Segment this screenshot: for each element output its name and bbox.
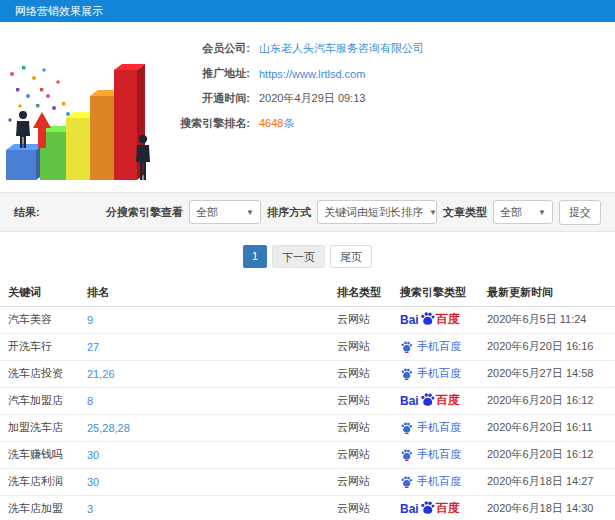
article-type-select[interactable]: 全部 ▼ — [493, 200, 553, 224]
table-row: 加盟洗车店 25,28,28 云网站 手机百度 2020年6月20日 16:11 — [0, 414, 615, 441]
rank-type-cell: 云网站 — [337, 333, 400, 360]
baidu-mobile-logo: 手机百度 — [400, 474, 461, 489]
rank-type-cell: 云网站 — [337, 495, 400, 520]
rank-link[interactable]: 27 — [87, 341, 99, 353]
mobile-baidu-label: 手机百度 — [417, 447, 461, 462]
rank-link[interactable]: 30 — [87, 476, 99, 488]
rank-cell: 25,28,28 — [87, 414, 337, 441]
sort-label: 排序方式 — [267, 205, 311, 220]
rank-link[interactable]: 3 — [87, 503, 93, 515]
mobile-baidu-paw-icon — [400, 421, 413, 434]
rank-count-number: 4648 — [259, 117, 283, 129]
keyword-cell: 汽车加盟店 — [0, 387, 87, 414]
baidu-logo-bai-text: Bai — [400, 313, 419, 327]
page-1-button[interactable]: 1 — [243, 245, 267, 268]
baidu-logo-baidu-text: 百度 — [436, 311, 460, 328]
baidu-pc-logo: Bai 百度 — [400, 500, 460, 517]
baidu-mobile-logo: 手机百度 — [400, 447, 461, 462]
update-time-cell: 2020年6月18日 14:27 — [487, 468, 615, 495]
submit-button[interactable]: 提交 — [559, 200, 601, 225]
rank-type-cell: 云网站 — [337, 360, 400, 387]
engine-type-cell: 手机百度 — [400, 360, 487, 387]
table-row: 汽车加盟店 8 云网站 Bai 百度 2020年6月20日 16:12 — [0, 387, 615, 414]
update-time-cell: 2020年6月20日 16:16 — [487, 333, 615, 360]
chevron-down-icon: ▼ — [240, 208, 254, 217]
rank-link[interactable]: 9 — [87, 314, 93, 326]
mobile-baidu-label: 手机百度 — [417, 474, 461, 489]
rank-cell: 3 — [87, 495, 337, 520]
filter-controls: 分搜索引擎查看 全部 ▼ 排序方式 关键词由短到长排序 ▼ 文章类型 全部 ▼ … — [106, 200, 601, 225]
update-time-cell: 2020年5月27日 14:58 — [487, 360, 615, 387]
rank-link[interactable]: 30 — [87, 449, 99, 461]
engine-filter-label: 分搜索引擎查看 — [106, 205, 183, 220]
table-row: 洗车店加盟 3 云网站 Bai 百度 2020年6月18日 14:30 — [0, 495, 615, 520]
baidu-logo-baidu-text: 百度 — [436, 500, 460, 517]
keyword-cell: 洗车店投资 — [0, 360, 87, 387]
company-link[interactable]: 山东老人头汽车服务咨询有限公司 — [259, 41, 424, 56]
keyword-cell: 洗车店利润 — [0, 468, 87, 495]
engine-type-cell: Bai 百度 — [400, 387, 487, 414]
baidu-logo-bai-text: Bai — [400, 394, 419, 408]
businessman-left — [16, 111, 30, 148]
update-time-cell: 2020年6月5日 11:24 — [487, 306, 615, 333]
promo-url-label: 推广地址: — [162, 66, 250, 81]
rank-link[interactable]: 21,26 — [87, 368, 115, 380]
keyword-cell: 开洗车行 — [0, 333, 87, 360]
header-engine-type: 搜索引擎类型 — [400, 280, 487, 306]
update-time-cell: 2020年6月20日 16:12 — [487, 387, 615, 414]
baidu-paw-icon — [420, 311, 435, 326]
baidu-paw-icon — [420, 392, 435, 407]
page-title: 网络营销效果展示 — [15, 5, 103, 17]
engine-filter-value: 全部 — [196, 205, 218, 220]
keyword-cell: 洗车店加盟 — [0, 495, 87, 520]
rank-type-cell: 云网站 — [337, 441, 400, 468]
header-keyword: 关键词 — [0, 280, 87, 306]
table-row: 开洗车行 27 云网站 手机百度 2020年6月20日 16:16 — [0, 333, 615, 360]
article-type-label: 文章类型 — [443, 205, 487, 220]
rank-cell: 27 — [87, 333, 337, 360]
baidu-pc-logo: Bai 百度 — [400, 311, 460, 328]
rank-type-cell: 云网站 — [337, 306, 400, 333]
promo-url-link[interactable]: https://www.lrtlsd.com — [259, 68, 365, 80]
baidu-pc-logo: Bai 百度 — [400, 392, 460, 409]
rank-count-unit: 条 — [283, 117, 294, 129]
baidu-mobile-logo: 手机百度 — [400, 420, 461, 435]
last-page-button[interactable]: 尾页 — [330, 245, 372, 268]
update-time-cell: 2020年6月18日 14:30 — [487, 495, 615, 520]
keyword-cell: 洗车赚钱吗 — [0, 441, 87, 468]
sort-select[interactable]: 关键词由短到长排序 ▼ — [317, 200, 437, 224]
update-time-cell: 2020年6月20日 16:11 — [487, 414, 615, 441]
page-header: 网络营销效果展示 — [0, 0, 615, 22]
rank-link[interactable]: 25,28,28 — [87, 422, 130, 434]
mobile-baidu-paw-icon — [400, 340, 413, 353]
rank-type-cell: 云网站 — [337, 468, 400, 495]
growth-chart-graphic — [0, 30, 162, 188]
table-row: 洗车店投资 21,26 云网站 手机百度 2020年5月27日 14:58 — [0, 360, 615, 387]
next-page-button[interactable]: 下一页 — [272, 245, 325, 268]
rank-link[interactable]: 8 — [87, 395, 93, 407]
rank-count-value[interactable]: 4648条 — [259, 116, 294, 131]
open-time-label: 开通时间: — [162, 91, 250, 106]
mobile-baidu-paw-icon — [400, 367, 413, 380]
engine-filter-select[interactable]: 全部 ▼ — [189, 200, 261, 224]
baidu-logo-baidu-text: 百度 — [436, 392, 460, 409]
rank-cell: 21,26 — [87, 360, 337, 387]
engine-type-cell: 手机百度 — [400, 333, 487, 360]
engine-type-cell: Bai 百度 — [400, 495, 487, 520]
rank-count-label: 搜索引擎排名: — [162, 116, 250, 131]
rank-type-cell: 云网站 — [337, 414, 400, 441]
info-row-rank-count: 搜索引擎排名: 4648条 — [162, 111, 615, 136]
engine-type-cell: 手机百度 — [400, 468, 487, 495]
rank-cell: 30 — [87, 441, 337, 468]
header-update-time: 最新更新时间 — [487, 280, 615, 306]
mobile-baidu-label: 手机百度 — [417, 339, 461, 354]
rank-cell: 30 — [87, 468, 337, 495]
info-row-url: 推广地址: https://www.lrtlsd.com — [162, 61, 615, 86]
top-section: 会员公司: 山东老人头汽车服务咨询有限公司 推广地址: https://www.… — [0, 22, 615, 192]
table-header-row: 关键词 排名 排名类型 搜索引擎类型 最新更新时间 — [0, 280, 615, 306]
chevron-down-icon: ▼ — [532, 208, 546, 217]
open-time-value: 2020年4月29日 09:13 — [259, 91, 365, 106]
article-type-value: 全部 — [500, 205, 522, 220]
rank-cell: 9 — [87, 306, 337, 333]
baidu-mobile-logo: 手机百度 — [400, 339, 461, 354]
